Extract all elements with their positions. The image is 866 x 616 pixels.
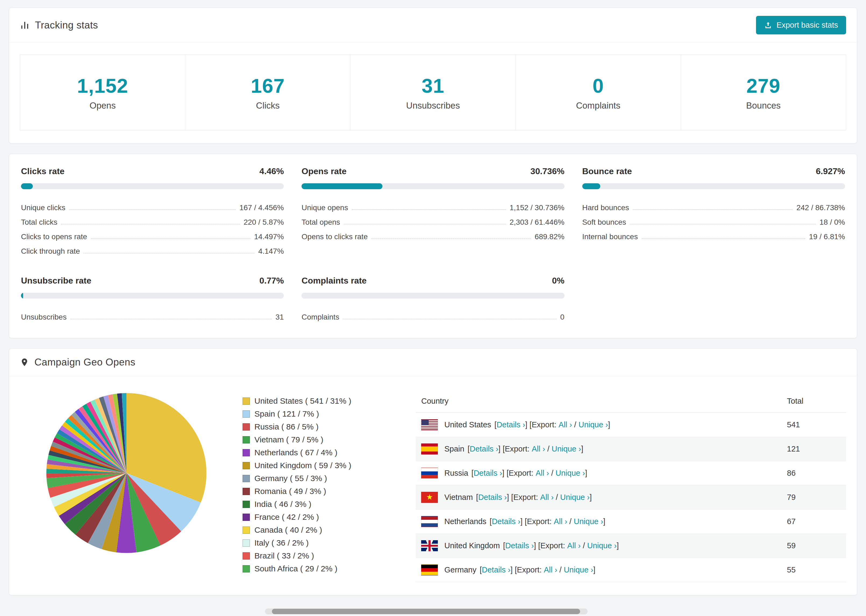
- rate-progress-fill: [301, 183, 382, 189]
- total-column-header: Total: [781, 390, 846, 413]
- legend-swatch: [242, 410, 250, 418]
- rate-row-click-through-rate: Click through rate4.147%: [21, 244, 284, 259]
- country-column-header: Country: [416, 390, 781, 413]
- total-cell: 59: [781, 534, 846, 558]
- stat-value: 0: [592, 74, 604, 97]
- legend-label: Romania ( 49 / 3% ): [254, 487, 326, 496]
- legend-item-vietnam: Vietnam ( 79 / 5% ): [242, 433, 351, 446]
- tracking-stats-title-text: Tracking stats: [35, 20, 98, 31]
- dotted-leader: [343, 319, 556, 319]
- export-unique-link[interactable]: Unique ›: [560, 493, 590, 502]
- rate-rows: Unique opens1,152 / 30.736%Total opens2,…: [301, 201, 564, 244]
- export-all-link[interactable]: All ›: [535, 469, 549, 478]
- legend-item-canada: Canada ( 40 / 2% ): [242, 523, 351, 536]
- rate-progress-fill: [582, 183, 601, 189]
- rate-row-label: Clicks to opens rate: [21, 233, 87, 241]
- details-link[interactable]: Details ›: [469, 445, 498, 453]
- geo-table: Country Total United States[Details ›] […: [416, 390, 846, 582]
- dotted-leader: [83, 253, 254, 253]
- country-cell: United States[Details ›] [Export: All › …: [416, 413, 781, 437]
- legend-swatch: [242, 552, 250, 559]
- country-cell-inner: Spain[Details ›] [Export: All › / Unique…: [421, 443, 776, 454]
- legend-item-russia: Russia ( 86 / 5% ): [242, 420, 351, 433]
- rate-panel-header: Unsubscribe rate0.77%: [21, 276, 284, 286]
- export-all-link[interactable]: All ›: [540, 493, 554, 502]
- vn-flag-icon: [421, 492, 438, 503]
- export-unique-link[interactable]: Unique ›: [574, 517, 603, 526]
- dotted-leader: [91, 238, 250, 239]
- dotted-leader: [344, 224, 506, 225]
- details-link[interactable]: Details ›: [478, 493, 507, 502]
- horizontal-scrollbar-track[interactable]: [265, 608, 587, 614]
- details-link[interactable]: Details ›: [496, 420, 525, 429]
- rate-row-value: 220 / 5.87%: [244, 218, 284, 226]
- details-link[interactable]: Details ›: [492, 517, 520, 526]
- bracket: [: [468, 445, 469, 453]
- rate-row-value: 167 / 4.456%: [239, 203, 284, 212]
- legend-label: Italy ( 36 / 2% ): [254, 538, 309, 547]
- rate-value: 30.736%: [531, 167, 564, 176]
- map-pin-icon: [20, 358, 29, 367]
- rate-row-internal-bounces: Internal bounces19 / 6.81%: [582, 229, 845, 244]
- export-unique-link[interactable]: Unique ›: [578, 420, 608, 429]
- table-row-united-kingdom: United Kingdom[Details ›] [Export: All ›…: [416, 534, 846, 558]
- pie-svg: [43, 390, 210, 556]
- country-name: Spain: [444, 445, 464, 453]
- export-unique-link[interactable]: Unique ›: [556, 469, 585, 478]
- export-unique-link[interactable]: Unique ›: [552, 445, 581, 453]
- country-cell: United Kingdom[Details ›] [Export: All ›…: [416, 534, 781, 558]
- rate-panel-header: Clicks rate4.46%: [21, 167, 284, 176]
- bracket: [: [471, 469, 474, 478]
- dotted-leader: [642, 238, 805, 239]
- export-all-link[interactable]: All ›: [559, 420, 572, 429]
- export-label: Export:: [505, 445, 532, 453]
- rate-row-value: 242 / 86.738%: [796, 203, 845, 212]
- export-basic-stats-button[interactable]: Export basic stats: [756, 16, 846, 35]
- details-link[interactable]: Details ›: [474, 469, 502, 478]
- rate-row-label: Complaints: [301, 313, 339, 321]
- total-cell: 121: [781, 437, 846, 461]
- tracking-stats-body: 1,152Opens167Clicks31Unsubscribes0Compla…: [9, 43, 857, 143]
- export-all-link[interactable]: All ›: [532, 445, 545, 453]
- legend-label: Spain ( 121 / 7% ): [254, 409, 319, 418]
- geo-table-header-row: Country Total: [416, 390, 846, 413]
- export-unique-link[interactable]: Unique ›: [587, 541, 617, 550]
- rate-progress-bar: [582, 183, 845, 189]
- bracket: ] [: [534, 541, 540, 550]
- legend-label: Canada ( 40 / 2% ): [254, 525, 322, 534]
- stat-box-opens: 1,152Opens: [20, 55, 185, 130]
- export-label: Export:: [527, 517, 554, 526]
- export-unique-link[interactable]: Unique ›: [564, 566, 593, 574]
- rate-row-total-clicks: Total clicks220 / 5.87%: [21, 215, 284, 229]
- tracking-stats-card: Tracking stats Export basic stats 1,152O…: [9, 8, 857, 143]
- legend-swatch: [242, 462, 250, 469]
- rate-panel-header: Opens rate30.736%: [301, 167, 564, 176]
- export-label: Export:: [517, 566, 544, 574]
- legend-swatch: [242, 501, 250, 508]
- horizontal-scrollbar-thumb[interactable]: [272, 609, 580, 614]
- ru-flag-icon: [421, 468, 438, 479]
- export-all-link[interactable]: All ›: [554, 517, 567, 526]
- bracket: ] [: [502, 469, 509, 478]
- details-link[interactable]: Details ›: [505, 541, 534, 550]
- legend-item-germany: Germany ( 55 / 3% ): [242, 472, 351, 485]
- rate-row-value: 0: [560, 313, 565, 321]
- bracket: ] [: [498, 445, 505, 453]
- dotted-leader: [633, 209, 793, 210]
- dotted-leader: [630, 224, 816, 225]
- table-row-germany: Germany[Details ›] [Export: All › / Uniq…: [416, 558, 846, 582]
- details-link[interactable]: Details ›: [482, 566, 510, 574]
- rate-row-label: Unsubscribes: [21, 313, 67, 321]
- stat-label: Clicks: [256, 101, 280, 111]
- stat-value: 279: [746, 74, 780, 97]
- table-row-united-states: United States[Details ›] [Export: All › …: [416, 413, 846, 437]
- rate-row-soft-bounces: Soft bounces18 / 0%: [582, 215, 845, 229]
- export-all-link[interactable]: All ›: [567, 541, 581, 550]
- dotted-leader: [69, 209, 236, 210]
- total-cell: 79: [781, 486, 846, 509]
- rate-value: 0%: [552, 276, 564, 286]
- legend-item-netherlands: Netherlands ( 67 / 4% ): [242, 446, 351, 459]
- legend-label: Vietnam ( 79 / 5% ): [254, 435, 323, 444]
- slash: /: [554, 493, 560, 502]
- export-all-link[interactable]: All ›: [544, 566, 557, 574]
